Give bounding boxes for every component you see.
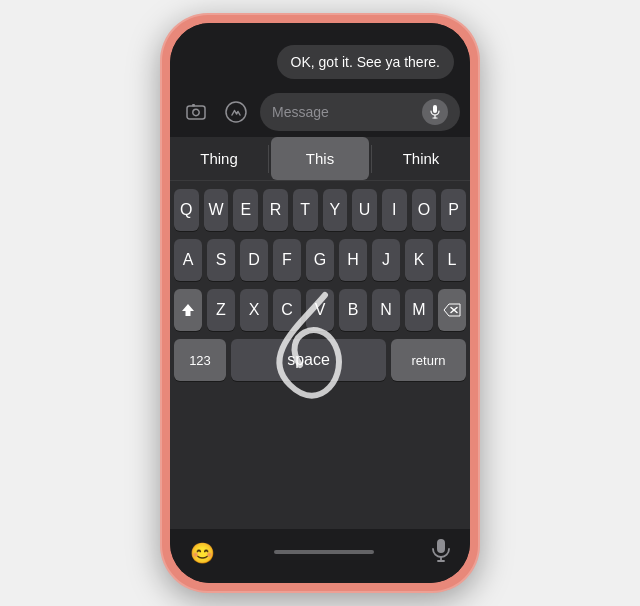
svg-rect-4 xyxy=(433,105,437,113)
predictive-item-2[interactable]: Think xyxy=(372,137,470,180)
key-P[interactable]: P xyxy=(441,189,466,231)
key-A[interactable]: A xyxy=(174,239,202,281)
microphone-icon xyxy=(432,539,450,563)
key-T[interactable]: T xyxy=(293,189,318,231)
message-bubble: OK, got it. See ya there. xyxy=(277,45,454,79)
key-R[interactable]: R xyxy=(263,189,288,231)
bottom-bar: 😊 xyxy=(170,529,470,577)
keyboard-row-3: Z X C V B N M xyxy=(174,289,466,331)
key-E[interactable]: E xyxy=(233,189,258,231)
delete-key[interactable] xyxy=(438,289,466,331)
keyboard-row-1: Q W E R T Y U I O P xyxy=(174,189,466,231)
key-D[interactable]: D xyxy=(240,239,268,281)
svg-rect-0 xyxy=(187,106,205,119)
keyboard-row-4: 123 space return xyxy=(174,339,466,381)
predictive-item-1[interactable]: This xyxy=(271,137,369,180)
message-text: OK, got it. See ya there. xyxy=(291,54,440,70)
return-key[interactable]: return xyxy=(391,339,466,381)
keyboard-row-2: A S D F G H J K L xyxy=(174,239,466,281)
message-input[interactable]: Message xyxy=(272,104,422,120)
key-Y[interactable]: Y xyxy=(323,189,348,231)
key-Q[interactable]: Q xyxy=(174,189,199,231)
input-toolbar: Message xyxy=(170,87,470,137)
bottom-spacer xyxy=(170,577,470,583)
key-Z[interactable]: Z xyxy=(207,289,235,331)
svg-point-1 xyxy=(193,109,199,115)
keyboard: Q W E R T Y U I O P A S D F G H J K xyxy=(170,181,470,529)
home-indicator-container xyxy=(215,550,432,556)
key-S[interactable]: S xyxy=(207,239,235,281)
emoji-icon[interactable]: 😊 xyxy=(190,541,215,565)
key-U[interactable]: U xyxy=(352,189,377,231)
input-mic-button[interactable] xyxy=(422,99,448,125)
key-M[interactable]: M xyxy=(405,289,433,331)
key-N[interactable]: N xyxy=(372,289,400,331)
key-G[interactable]: G xyxy=(306,239,334,281)
key-H[interactable]: H xyxy=(339,239,367,281)
key-J[interactable]: J xyxy=(372,239,400,281)
key-W[interactable]: W xyxy=(204,189,229,231)
numbers-key[interactable]: 123 xyxy=(174,339,226,381)
svg-rect-2 xyxy=(192,104,195,107)
shift-key[interactable] xyxy=(174,289,202,331)
message-input-wrapper[interactable]: Message xyxy=(260,93,460,131)
key-X[interactable]: X xyxy=(240,289,268,331)
svg-rect-9 xyxy=(437,539,445,553)
key-B[interactable]: B xyxy=(339,289,367,331)
shift-icon xyxy=(180,302,196,318)
key-I[interactable]: I xyxy=(382,189,407,231)
status-bar xyxy=(170,23,470,37)
camera-icon[interactable] xyxy=(180,96,212,128)
key-L[interactable]: L xyxy=(438,239,466,281)
home-indicator[interactable] xyxy=(274,550,374,554)
predictive-bar: Thing This Think xyxy=(170,137,470,181)
key-F[interactable]: F xyxy=(273,239,301,281)
space-key[interactable]: space xyxy=(231,339,386,381)
predictive-divider-0 xyxy=(268,145,269,173)
key-C[interactable]: C xyxy=(273,289,301,331)
appstore-icon[interactable] xyxy=(220,96,252,128)
message-area: OK, got it. See ya there. xyxy=(170,37,470,87)
phone-screen: OK, got it. See ya there. Message xyxy=(170,23,470,583)
phone-frame: OK, got it. See ya there. Message xyxy=(160,13,480,593)
predictive-item-0[interactable]: Thing xyxy=(170,137,268,180)
key-V[interactable]: V xyxy=(306,289,334,331)
delete-icon xyxy=(443,303,461,317)
key-O[interactable]: O xyxy=(412,189,437,231)
mic-icon[interactable] xyxy=(432,539,450,568)
key-K[interactable]: K xyxy=(405,239,433,281)
